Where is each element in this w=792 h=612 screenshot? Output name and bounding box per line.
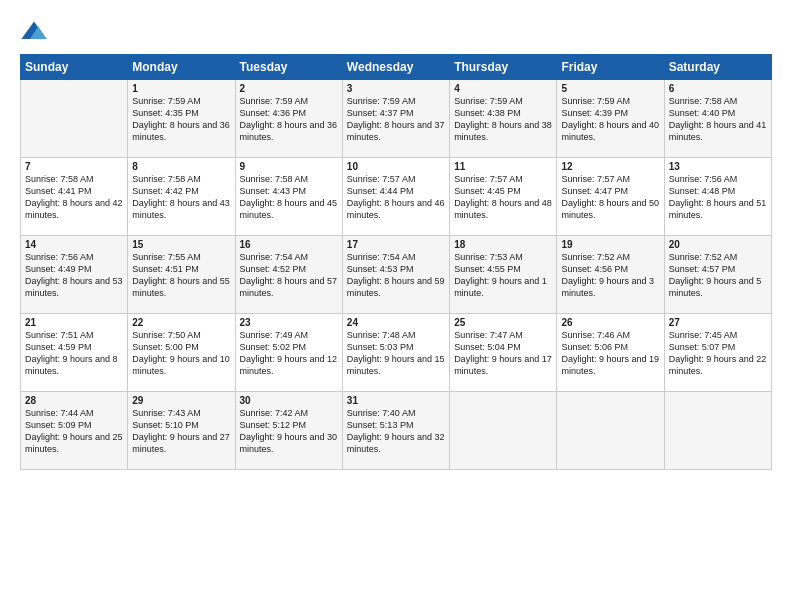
- day-info: Sunrise: 7:59 AM Sunset: 4:36 PM Dayligh…: [240, 95, 338, 144]
- day-info: Sunrise: 7:55 AM Sunset: 4:51 PM Dayligh…: [132, 251, 230, 300]
- week-row-2: 14Sunrise: 7:56 AM Sunset: 4:49 PM Dayli…: [21, 236, 772, 314]
- day-number: 19: [561, 239, 659, 250]
- day-info: Sunrise: 7:52 AM Sunset: 4:57 PM Dayligh…: [669, 251, 767, 300]
- week-row-0: 1Sunrise: 7:59 AM Sunset: 4:35 PM Daylig…: [21, 80, 772, 158]
- calendar-cell: 12Sunrise: 7:57 AM Sunset: 4:47 PM Dayli…: [557, 158, 664, 236]
- logo-icon: [20, 18, 48, 46]
- calendar-cell: 26Sunrise: 7:46 AM Sunset: 5:06 PM Dayli…: [557, 314, 664, 392]
- day-number: 18: [454, 239, 552, 250]
- header-day-wednesday: Wednesday: [342, 55, 449, 80]
- day-info: Sunrise: 7:54 AM Sunset: 4:53 PM Dayligh…: [347, 251, 445, 300]
- calendar-cell: 9Sunrise: 7:58 AM Sunset: 4:43 PM Daylig…: [235, 158, 342, 236]
- day-number: 9: [240, 161, 338, 172]
- calendar-cell: 17Sunrise: 7:54 AM Sunset: 4:53 PM Dayli…: [342, 236, 449, 314]
- calendar-cell: 15Sunrise: 7:55 AM Sunset: 4:51 PM Dayli…: [128, 236, 235, 314]
- day-info: Sunrise: 7:58 AM Sunset: 4:41 PM Dayligh…: [25, 173, 123, 222]
- day-number: 30: [240, 395, 338, 406]
- day-number: 29: [132, 395, 230, 406]
- day-info: Sunrise: 7:46 AM Sunset: 5:06 PM Dayligh…: [561, 329, 659, 378]
- day-number: 15: [132, 239, 230, 250]
- calendar-cell: [664, 392, 771, 470]
- day-number: 26: [561, 317, 659, 328]
- calendar-cell: 25Sunrise: 7:47 AM Sunset: 5:04 PM Dayli…: [450, 314, 557, 392]
- calendar-cell: 29Sunrise: 7:43 AM Sunset: 5:10 PM Dayli…: [128, 392, 235, 470]
- calendar-cell: 5Sunrise: 7:59 AM Sunset: 4:39 PM Daylig…: [557, 80, 664, 158]
- day-number: 10: [347, 161, 445, 172]
- calendar-header: SundayMondayTuesdayWednesdayThursdayFrid…: [21, 55, 772, 80]
- day-info: Sunrise: 7:59 AM Sunset: 4:37 PM Dayligh…: [347, 95, 445, 144]
- calendar-cell: 13Sunrise: 7:56 AM Sunset: 4:48 PM Dayli…: [664, 158, 771, 236]
- calendar-cell: [557, 392, 664, 470]
- day-info: Sunrise: 7:49 AM Sunset: 5:02 PM Dayligh…: [240, 329, 338, 378]
- day-number: 23: [240, 317, 338, 328]
- day-info: Sunrise: 7:44 AM Sunset: 5:09 PM Dayligh…: [25, 407, 123, 456]
- calendar-table: SundayMondayTuesdayWednesdayThursdayFrid…: [20, 54, 772, 470]
- calendar-cell: 11Sunrise: 7:57 AM Sunset: 4:45 PM Dayli…: [450, 158, 557, 236]
- header-row: SundayMondayTuesdayWednesdayThursdayFrid…: [21, 55, 772, 80]
- day-info: Sunrise: 7:50 AM Sunset: 5:00 PM Dayligh…: [132, 329, 230, 378]
- calendar-cell: 16Sunrise: 7:54 AM Sunset: 4:52 PM Dayli…: [235, 236, 342, 314]
- calendar-cell: 21Sunrise: 7:51 AM Sunset: 4:59 PM Dayli…: [21, 314, 128, 392]
- day-number: 7: [25, 161, 123, 172]
- calendar-cell: 31Sunrise: 7:40 AM Sunset: 5:13 PM Dayli…: [342, 392, 449, 470]
- day-number: 31: [347, 395, 445, 406]
- day-info: Sunrise: 7:45 AM Sunset: 5:07 PM Dayligh…: [669, 329, 767, 378]
- day-number: 12: [561, 161, 659, 172]
- calendar-cell: 1Sunrise: 7:59 AM Sunset: 4:35 PM Daylig…: [128, 80, 235, 158]
- day-info: Sunrise: 7:48 AM Sunset: 5:03 PM Dayligh…: [347, 329, 445, 378]
- day-number: 24: [347, 317, 445, 328]
- calendar-cell: 2Sunrise: 7:59 AM Sunset: 4:36 PM Daylig…: [235, 80, 342, 158]
- day-number: 20: [669, 239, 767, 250]
- calendar-cell: 4Sunrise: 7:59 AM Sunset: 4:38 PM Daylig…: [450, 80, 557, 158]
- calendar-cell: [21, 80, 128, 158]
- calendar-cell: 30Sunrise: 7:42 AM Sunset: 5:12 PM Dayli…: [235, 392, 342, 470]
- calendar-cell: 20Sunrise: 7:52 AM Sunset: 4:57 PM Dayli…: [664, 236, 771, 314]
- day-info: Sunrise: 7:51 AM Sunset: 4:59 PM Dayligh…: [25, 329, 123, 378]
- day-info: Sunrise: 7:59 AM Sunset: 4:38 PM Dayligh…: [454, 95, 552, 144]
- calendar-cell: 22Sunrise: 7:50 AM Sunset: 5:00 PM Dayli…: [128, 314, 235, 392]
- day-number: 4: [454, 83, 552, 94]
- day-number: 8: [132, 161, 230, 172]
- day-number: 13: [669, 161, 767, 172]
- day-number: 3: [347, 83, 445, 94]
- day-info: Sunrise: 7:53 AM Sunset: 4:55 PM Dayligh…: [454, 251, 552, 300]
- calendar-cell: 14Sunrise: 7:56 AM Sunset: 4:49 PM Dayli…: [21, 236, 128, 314]
- header-day-thursday: Thursday: [450, 55, 557, 80]
- calendar-cell: 8Sunrise: 7:58 AM Sunset: 4:42 PM Daylig…: [128, 158, 235, 236]
- day-number: 2: [240, 83, 338, 94]
- day-number: 14: [25, 239, 123, 250]
- day-number: 1: [132, 83, 230, 94]
- calendar-cell: [450, 392, 557, 470]
- calendar-cell: 7Sunrise: 7:58 AM Sunset: 4:41 PM Daylig…: [21, 158, 128, 236]
- day-number: 25: [454, 317, 552, 328]
- day-info: Sunrise: 7:47 AM Sunset: 5:04 PM Dayligh…: [454, 329, 552, 378]
- day-info: Sunrise: 7:57 AM Sunset: 4:44 PM Dayligh…: [347, 173, 445, 222]
- calendar-cell: 23Sunrise: 7:49 AM Sunset: 5:02 PM Dayli…: [235, 314, 342, 392]
- day-number: 17: [347, 239, 445, 250]
- calendar-cell: 3Sunrise: 7:59 AM Sunset: 4:37 PM Daylig…: [342, 80, 449, 158]
- day-number: 28: [25, 395, 123, 406]
- calendar-cell: 24Sunrise: 7:48 AM Sunset: 5:03 PM Dayli…: [342, 314, 449, 392]
- day-info: Sunrise: 7:56 AM Sunset: 4:48 PM Dayligh…: [669, 173, 767, 222]
- calendar-body: 1Sunrise: 7:59 AM Sunset: 4:35 PM Daylig…: [21, 80, 772, 470]
- calendar-cell: 19Sunrise: 7:52 AM Sunset: 4:56 PM Dayli…: [557, 236, 664, 314]
- header-day-tuesday: Tuesday: [235, 55, 342, 80]
- day-number: 11: [454, 161, 552, 172]
- calendar-cell: 28Sunrise: 7:44 AM Sunset: 5:09 PM Dayli…: [21, 392, 128, 470]
- day-info: Sunrise: 7:58 AM Sunset: 4:40 PM Dayligh…: [669, 95, 767, 144]
- week-row-4: 28Sunrise: 7:44 AM Sunset: 5:09 PM Dayli…: [21, 392, 772, 470]
- page: SundayMondayTuesdayWednesdayThursdayFrid…: [0, 0, 792, 612]
- day-number: 27: [669, 317, 767, 328]
- day-info: Sunrise: 7:58 AM Sunset: 4:43 PM Dayligh…: [240, 173, 338, 222]
- day-info: Sunrise: 7:43 AM Sunset: 5:10 PM Dayligh…: [132, 407, 230, 456]
- day-info: Sunrise: 7:59 AM Sunset: 4:39 PM Dayligh…: [561, 95, 659, 144]
- day-info: Sunrise: 7:52 AM Sunset: 4:56 PM Dayligh…: [561, 251, 659, 300]
- calendar-cell: 6Sunrise: 7:58 AM Sunset: 4:40 PM Daylig…: [664, 80, 771, 158]
- header-day-saturday: Saturday: [664, 55, 771, 80]
- header-day-monday: Monday: [128, 55, 235, 80]
- header-day-friday: Friday: [557, 55, 664, 80]
- day-number: 22: [132, 317, 230, 328]
- day-info: Sunrise: 7:57 AM Sunset: 4:47 PM Dayligh…: [561, 173, 659, 222]
- day-number: 16: [240, 239, 338, 250]
- calendar-cell: 10Sunrise: 7:57 AM Sunset: 4:44 PM Dayli…: [342, 158, 449, 236]
